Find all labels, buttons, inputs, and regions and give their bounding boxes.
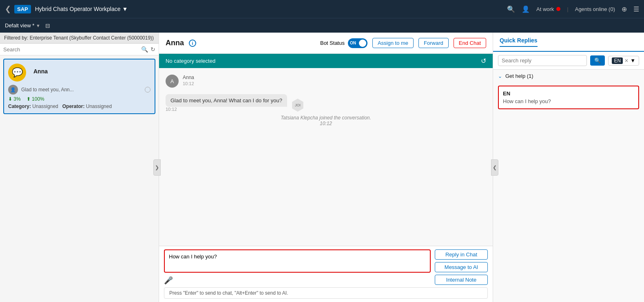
- message-time: 10:12: [183, 81, 194, 86]
- system-message: Tatsiana Klepcha joined the conversation…: [166, 115, 486, 126]
- agents-online-label: Agents online (0): [575, 6, 615, 12]
- left-panel: Filtered by: Enterprise Tenant (Skybuffe…: [0, 33, 159, 302]
- message-row-incoming: A Anna 10:12: [166, 75, 486, 88]
- message-content: Anna 10:12: [183, 75, 194, 86]
- center-panel: ❯ Anna i Bot Status ON Assign to me Forw…: [159, 33, 493, 302]
- search-reply-input[interactable]: [498, 55, 587, 66]
- bot-status-toggle[interactable]: ON: [348, 38, 367, 48]
- subheader: Defalt view * ▼ ⊟: [0, 18, 644, 33]
- chat-header: Anna i Bot Status ON Assign to me Forwar…: [159, 33, 493, 54]
- item-row: 👤 Glad to meet you, Ann...: [8, 85, 150, 95]
- avatar: 💬: [8, 64, 26, 82]
- reply-chat-button[interactable]: Reply in Chat: [435, 249, 488, 260]
- user-icon: 👤: [10, 87, 16, 93]
- input-actions: Reply in Chat Message to AI Internal Not…: [435, 249, 488, 285]
- filter-bar: Filtered by: Enterprise Tenant (Skybuffe…: [0, 33, 159, 44]
- qr-text: How can I help you?: [503, 98, 634, 104]
- toggle-circle: [359, 40, 366, 47]
- layers-icon[interactable]: ⊕: [622, 5, 627, 13]
- stats-row: ⬇ 3% ⬆ 100%: [8, 96, 150, 102]
- search-bar: 🔍 ↻: [0, 44, 159, 55]
- right-header: Quick Replies: [493, 33, 644, 52]
- meta-row: Category: Unassigned Operator: Unassigne…: [8, 104, 150, 109]
- bot-status-label: Bot Status: [320, 40, 345, 46]
- nav-right: 🔍 👤 At work | Agents online (0) ⊕ ☰: [507, 5, 639, 13]
- filter-text: Filtered by: Enterprise Tenant (Skybuffe…: [4, 35, 154, 41]
- message-input[interactable]: How can I help you?: [164, 249, 431, 273]
- separator: |: [567, 6, 568, 12]
- stat-download: ⬇ 3%: [8, 96, 21, 102]
- end-chat-button[interactable]: End Chat: [454, 38, 486, 48]
- stat-upload: ⬆ 100%: [27, 96, 44, 102]
- app-title: Hybrid Chats Operator Workplace ▼: [35, 6, 507, 12]
- status-circle: [145, 87, 150, 93]
- bot-avatar: JOI: [291, 99, 304, 112]
- tab-quick-replies[interactable]: Quick Replies: [500, 37, 538, 47]
- user-icon[interactable]: 👤: [522, 5, 530, 13]
- section-label: Get help (1): [505, 73, 533, 79]
- bot-status: Bot Status ON: [320, 38, 367, 48]
- message-to-ai-button[interactable]: Message to AI: [435, 262, 488, 272]
- hint-bar: Press "Enter" to send to chat, "Alt+Ente…: [164, 287, 488, 299]
- operator-label: Operator: Unassigned: [62, 104, 112, 109]
- menu-icon[interactable]: ☰: [633, 5, 639, 13]
- refresh-icon[interactable]: ↻: [150, 46, 155, 53]
- filter-icon[interactable]: ⊟: [45, 22, 50, 29]
- item-message: Glad to meet you, Ann...: [21, 87, 142, 93]
- quick-reply-card[interactable]: EN How can I help you?: [498, 86, 639, 109]
- avatar-small: 👤: [8, 85, 18, 95]
- qr-lang-badge: EN: [503, 90, 634, 97]
- chevron-down-icon: ⌄: [498, 73, 502, 79]
- section-header-get-help[interactable]: ⌄ Get help (1): [493, 70, 644, 82]
- assign-to-me-button[interactable]: Assign to me: [372, 38, 414, 48]
- message-sender: Anna: [183, 75, 194, 80]
- chat-input-area: How can I help you? 🎤 Reply in Chat Mess…: [159, 246, 493, 302]
- chat-list: 💬 Anna 👤 Glad to meet you, Ann... ⬇ 3% ⬆…: [0, 55, 159, 302]
- category-refresh-icon[interactable]: ↺: [481, 57, 486, 65]
- view-dropdown-icon: ▼: [36, 23, 40, 28]
- message-time: 10:12: [166, 107, 287, 112]
- category-bar: No category selected ↺: [159, 54, 493, 68]
- main-layout: Filtered by: Enterprise Tenant (Skybuffe…: [0, 33, 644, 302]
- forward-button[interactable]: Forward: [418, 38, 449, 48]
- internal-note-button[interactable]: Internal Note: [435, 275, 488, 285]
- hint-text: Press "Enter" to send to chat, "Alt+Ente…: [169, 290, 288, 296]
- sap-logo: SAP: [14, 5, 31, 13]
- quick-reply-search-bar: 🔍 EN ✕ ▼: [493, 52, 644, 70]
- search-icon[interactable]: 🔍: [507, 5, 515, 13]
- lang-clear-icon[interactable]: ✕: [624, 58, 629, 64]
- chat-name: Anna: [166, 39, 184, 47]
- mic-icon[interactable]: 🎤: [164, 276, 173, 285]
- message-bubble: Glad to meet you, Anna! What can I do fo…: [166, 94, 287, 107]
- toggle-label: ON: [350, 41, 356, 45]
- category-label: No category selected: [166, 58, 215, 64]
- top-nav: ❮ SAP Hybrid Chats Operator Workplace ▼ …: [0, 0, 644, 18]
- at-work-status: At work: [536, 6, 560, 12]
- item-name: Anna: [33, 68, 48, 75]
- mic-row: 🎤: [164, 276, 431, 285]
- chat-body: A Anna 10:12 Glad to meet you, Anna! Wha…: [159, 68, 493, 246]
- message-time-right: Glad to meet you, Anna! What can I do fo…: [166, 94, 287, 112]
- search-icon[interactable]: 🔍: [141, 46, 148, 53]
- info-icon[interactable]: i: [189, 40, 196, 47]
- collapse-left-button[interactable]: ❯: [153, 159, 161, 176]
- search-input[interactable]: [3, 46, 139, 53]
- search-reply-button[interactable]: 🔍: [590, 55, 605, 66]
- back-icon[interactable]: ❮: [5, 4, 11, 13]
- message-avatar: A: [166, 75, 179, 88]
- status-dot: [556, 7, 560, 11]
- lang-tag: EN: [612, 57, 623, 64]
- lang-dropdown-icon[interactable]: ▼: [630, 57, 635, 64]
- lang-select[interactable]: EN ✕ ▼: [608, 56, 639, 66]
- list-item[interactable]: 💬 Anna 👤 Glad to meet you, Ann... ⬇ 3% ⬆…: [3, 59, 155, 114]
- category-label: Category: Unassigned: [8, 104, 58, 109]
- view-label[interactable]: Defalt view * ▼: [5, 22, 40, 29]
- message-row-outgoing: Glad to meet you, Anna! What can I do fo…: [166, 94, 486, 112]
- right-panel: Quick Replies 🔍 EN ✕ ▼ ⌄ Get help (1) EN…: [493, 33, 644, 302]
- collapse-right-button[interactable]: ❮: [491, 159, 498, 176]
- input-row: How can I help you? 🎤 Reply in Chat Mess…: [164, 249, 488, 285]
